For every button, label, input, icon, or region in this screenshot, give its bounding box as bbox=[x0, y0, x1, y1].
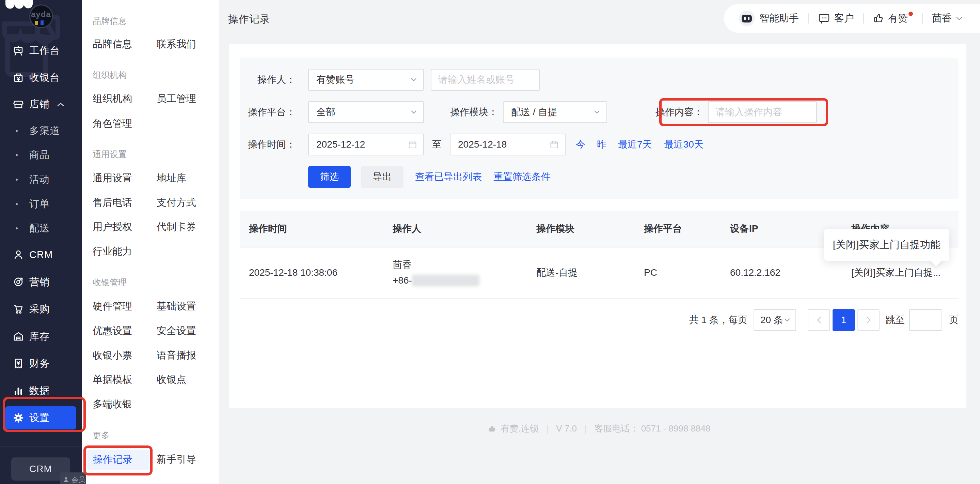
col-operator: 操作人 bbox=[393, 222, 421, 235]
menu-item-aftersale-phone[interactable]: 售后电话 bbox=[92, 196, 132, 209]
col-ip: 设备IP bbox=[730, 222, 758, 235]
sidebar-item-workbench[interactable]: 工作台 bbox=[0, 40, 82, 62]
menu-item-contact-us[interactable]: 联系我们 bbox=[157, 37, 196, 51]
menu-item-operation-record[interactable]: 操作记录 bbox=[87, 450, 149, 470]
platform-select[interactable]: 全部 bbox=[308, 101, 424, 123]
page-title: 操作记录 bbox=[228, 12, 270, 26]
current-page-button[interactable]: 1 bbox=[832, 309, 855, 331]
content-card: 操作人： 有赞账号 操作平台： 全部 操作模块 bbox=[229, 44, 966, 408]
col-platform: 操作平台 bbox=[644, 222, 682, 235]
sidebar-item-finance[interactable]: 财务 bbox=[0, 353, 82, 375]
view-export-list-link[interactable]: 查看已导出列表 bbox=[415, 171, 482, 184]
menu-item-multi-cashier[interactable]: 多端收银 bbox=[92, 398, 132, 411]
bar-chart-icon bbox=[13, 385, 24, 397]
cell-time: 2025-12-18 10:38:06 bbox=[249, 267, 337, 278]
menu-item-basic[interactable]: 基础设置 bbox=[157, 300, 196, 313]
page-size-select[interactable]: 20 条 bbox=[754, 309, 796, 331]
jump-label: 跳至 bbox=[886, 313, 905, 326]
sidebar-item-order[interactable]: 订单 bbox=[0, 195, 82, 214]
member-badge[interactable]: 会员 bbox=[60, 473, 86, 484]
menu-item-role[interactable]: 角色管理 bbox=[92, 117, 132, 131]
cell-ip: 60.12.2.162 bbox=[730, 267, 780, 278]
cell-module: 配送-自提 bbox=[536, 266, 578, 279]
operator-name-input[interactable] bbox=[431, 69, 540, 91]
marketing-icon bbox=[13, 276, 24, 288]
quick-yesterday-link[interactable]: 昨 bbox=[597, 138, 606, 151]
sidebar-item-delivery[interactable]: 配送 bbox=[0, 219, 82, 238]
divider bbox=[863, 13, 864, 24]
chevron-left-icon bbox=[817, 317, 821, 323]
menu-item-industry[interactable]: 行业能力 bbox=[92, 245, 132, 258]
chevron-down-icon bbox=[411, 110, 417, 114]
awning-shape bbox=[5, 0, 33, 10]
sidebar-item-settings[interactable]: 设置 bbox=[0, 407, 82, 429]
robot-icon bbox=[739, 11, 754, 26]
module-select[interactable]: 配送 / 自提 bbox=[503, 101, 607, 123]
filter-row-platform: 操作平台： 全部 操作模块： 配送 / 自提 操作内容： bbox=[240, 101, 959, 123]
menu-item-doc-template[interactable]: 单据模板 bbox=[92, 373, 132, 387]
menu-item-receipt[interactable]: 收银小票 bbox=[92, 349, 132, 362]
sidebar-item-goods[interactable]: 商品 bbox=[0, 145, 82, 165]
sidebar-item-inventory[interactable]: 库存 bbox=[0, 326, 82, 348]
menu-item-organization[interactable]: 组织机构 bbox=[92, 92, 132, 105]
menu-item-cashier-point[interactable]: 收银点 bbox=[157, 373, 186, 387]
person-icon bbox=[13, 249, 24, 260]
menu-item-hardware[interactable]: 硬件管理 bbox=[92, 300, 132, 313]
sidebar-item-marketing[interactable]: 营销 bbox=[0, 271, 82, 293]
sidebar-item-multichannel[interactable]: 多渠道 bbox=[0, 121, 82, 141]
reset-filters-link[interactable]: 重置筛选条件 bbox=[493, 171, 550, 184]
jump-page-input[interactable] bbox=[909, 309, 942, 331]
quick-today-link[interactable]: 今 bbox=[576, 138, 585, 151]
prev-page-button[interactable] bbox=[808, 309, 830, 331]
gear-icon bbox=[13, 412, 24, 424]
group-more: 更多 bbox=[92, 430, 110, 441]
youzan-button[interactable]: 有赞 bbox=[873, 11, 913, 25]
sidebar-item-purchase[interactable]: 采购 bbox=[0, 298, 82, 320]
sidebar-item-activity[interactable]: 活动 bbox=[0, 170, 82, 189]
thumb-up-icon bbox=[488, 425, 496, 433]
chevron-down-icon bbox=[411, 78, 417, 81]
cart-icon bbox=[13, 303, 24, 315]
operator-type-select[interactable]: 有赞账号 bbox=[308, 69, 424, 91]
sidebar-divider bbox=[0, 447, 82, 447]
menu-item-user-auth[interactable]: 用户授权 bbox=[92, 220, 132, 234]
footer-brand: 有赞.连锁 bbox=[501, 423, 539, 434]
page-unit-label: 页 bbox=[949, 313, 959, 326]
export-button[interactable]: 导出 bbox=[361, 166, 404, 188]
next-page-button[interactable] bbox=[858, 309, 880, 331]
filter-row-time: 操作时间： 2025-12-12 至 2025-12-18 今 昨 最近7天 最… bbox=[240, 134, 959, 155]
chat-icon bbox=[818, 12, 830, 24]
chevron-up-icon bbox=[57, 102, 64, 106]
filter-button[interactable]: 筛选 bbox=[308, 166, 351, 188]
settings-submenu: 品牌信息 品牌信息 联系我们 组织机构 组织机构 员工管理 角色管理 通用设置 … bbox=[82, 0, 219, 484]
quick-30days-link[interactable]: 最近30天 bbox=[664, 138, 703, 151]
sidebar-item-cashier[interactable]: 收银台 bbox=[0, 67, 82, 89]
shop-icon bbox=[13, 99, 24, 110]
chevron-down-icon bbox=[594, 110, 600, 114]
menu-item-staff[interactable]: 员工管理 bbox=[157, 92, 196, 105]
date-to-picker[interactable]: 2025-12-18 bbox=[450, 134, 566, 155]
avatar[interactable]: ayda bbox=[29, 5, 53, 28]
menu-item-newbie-guide[interactable]: 新手引导 bbox=[157, 453, 196, 466]
customer-button[interactable]: 客户 bbox=[818, 11, 854, 25]
sidebar-item-crm[interactable]: CRM bbox=[0, 244, 82, 265]
menu-item-address[interactable]: 地址库 bbox=[157, 171, 186, 185]
menu-item-general-settings[interactable]: 通用设置 bbox=[92, 171, 132, 185]
menu-item-discount[interactable]: 优惠设置 bbox=[92, 324, 132, 338]
sidebar-item-shop[interactable]: 店铺 bbox=[0, 93, 82, 115]
quick-7days-link[interactable]: 最近7天 bbox=[618, 138, 652, 151]
account-menu[interactable]: 茴香 bbox=[932, 11, 963, 25]
assistant-button[interactable]: 智能助手 bbox=[739, 11, 799, 26]
divider bbox=[808, 13, 809, 24]
menu-item-payment[interactable]: 支付方式 bbox=[157, 196, 196, 209]
content-input[interactable] bbox=[708, 101, 817, 123]
menu-item-security[interactable]: 安全设置 bbox=[157, 324, 196, 338]
sidebar-item-data[interactable]: 数据 bbox=[0, 380, 82, 402]
filter-row-operator: 操作人： 有赞账号 bbox=[240, 69, 959, 91]
cell-content[interactable]: [关闭]买家上门自提... bbox=[851, 266, 941, 279]
menu-item-brand-info[interactable]: 品牌信息 bbox=[92, 37, 132, 51]
date-from-picker[interactable]: 2025-12-12 bbox=[308, 134, 424, 155]
menu-item-proxy-card[interactable]: 代制卡券 bbox=[157, 220, 196, 234]
menu-item-voice[interactable]: 语音播报 bbox=[157, 349, 196, 362]
bullet-icon bbox=[16, 154, 18, 156]
